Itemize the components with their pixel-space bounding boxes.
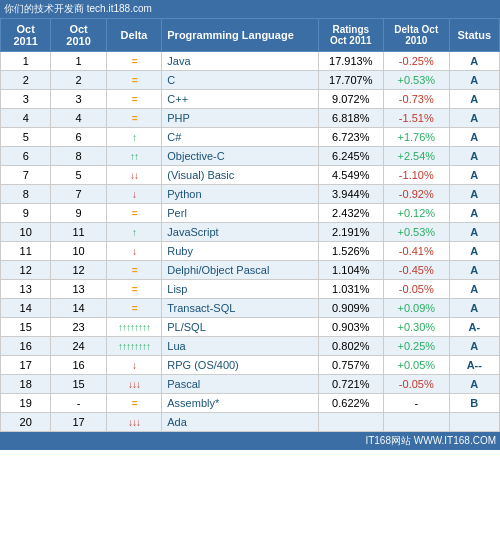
rank-2010: 17 (51, 413, 106, 432)
watermark-bottom: IT168网站 WWW.IT168.COM (0, 432, 500, 450)
rank-2011: 15 (1, 318, 51, 337)
lang-name[interactable]: (Visual) Basic (162, 166, 318, 185)
lang-name[interactable]: Ruby (162, 242, 318, 261)
rating: 1.104% (318, 261, 384, 280)
arrow-cell: ↓↓↓ (106, 375, 161, 394)
rank-2010: 2 (51, 71, 106, 90)
col-delta-icon: Delta (106, 19, 161, 52)
rank-2010: - (51, 394, 106, 413)
lang-name[interactable]: C (162, 71, 318, 90)
arrow-cell: = (106, 299, 161, 318)
col-ratings: Ratings Oct 2011 (318, 19, 384, 52)
lang-name[interactable]: Ada (162, 413, 318, 432)
arrow-cell: ↑↑↑↑↑↑↑↑ (106, 318, 161, 337)
rating: 9.072% (318, 90, 384, 109)
lang-name[interactable]: Assembly* (162, 394, 318, 413)
lang-name[interactable]: Transact-SQL (162, 299, 318, 318)
lang-name[interactable]: Lisp (162, 280, 318, 299)
status: A (449, 166, 499, 185)
rating: 6.818% (318, 109, 384, 128)
rank-2011: 4 (1, 109, 51, 128)
arrow-cell: ↑↑ (106, 147, 161, 166)
rank-2010: 10 (51, 242, 106, 261)
status: A (449, 280, 499, 299)
status (449, 413, 499, 432)
lang-name[interactable]: RPG (OS/400) (162, 356, 318, 375)
lang-name[interactable]: PL/SQL (162, 318, 318, 337)
status: A (449, 204, 499, 223)
rating: 0.622% (318, 394, 384, 413)
lang-name[interactable]: Lua (162, 337, 318, 356)
rank-2010: 5 (51, 166, 106, 185)
delta-value: - (384, 394, 450, 413)
delta-value: -0.92% (384, 185, 450, 204)
rank-2011: 10 (1, 223, 51, 242)
lang-name[interactable]: C++ (162, 90, 318, 109)
arrow-cell: ↓↓↓ (106, 413, 161, 432)
arrow-cell: ↓↓ (106, 166, 161, 185)
rating: 2.432% (318, 204, 384, 223)
rank-2011: 20 (1, 413, 51, 432)
delta-value: +0.30% (384, 318, 450, 337)
rank-2010: 13 (51, 280, 106, 299)
status: A (449, 185, 499, 204)
status: A (449, 109, 499, 128)
arrow-cell: = (106, 394, 161, 413)
rating (318, 413, 384, 432)
rank-2010: 23 (51, 318, 106, 337)
rank-2011: 9 (1, 204, 51, 223)
status: A (449, 147, 499, 166)
rank-2011: 13 (1, 280, 51, 299)
lang-name[interactable]: JavaScript (162, 223, 318, 242)
rank-2010: 6 (51, 128, 106, 147)
arrow-cell: ↑↑↑↑↑↑↑↑ (106, 337, 161, 356)
lang-name[interactable]: Objective-C (162, 147, 318, 166)
lang-name[interactable]: Java (162, 52, 318, 71)
lang-name[interactable]: Pascal (162, 375, 318, 394)
lang-name[interactable]: PHP (162, 109, 318, 128)
delta-value: +2.54% (384, 147, 450, 166)
status: A (449, 299, 499, 318)
rating: 17.913% (318, 52, 384, 71)
arrow-cell: = (106, 71, 161, 90)
rating: 4.549% (318, 166, 384, 185)
status: A (449, 71, 499, 90)
status: A (449, 337, 499, 356)
lang-name[interactable]: Delphi/Object Pascal (162, 261, 318, 280)
arrow-cell: = (106, 280, 161, 299)
delta-value: +0.05% (384, 356, 450, 375)
rank-2011: 3 (1, 90, 51, 109)
rating: 3.944% (318, 185, 384, 204)
status: A-- (449, 356, 499, 375)
rank-2010: 9 (51, 204, 106, 223)
arrow-cell: = (106, 204, 161, 223)
rank-2011: 14 (1, 299, 51, 318)
rank-2010: 12 (51, 261, 106, 280)
delta-value: +0.12% (384, 204, 450, 223)
delta-value: -0.73% (384, 90, 450, 109)
rating: 6.245% (318, 147, 384, 166)
status: A (449, 128, 499, 147)
col-status: Status (449, 19, 499, 52)
rank-2010: 16 (51, 356, 106, 375)
col-oct2011: Oct 2011 (1, 19, 51, 52)
rank-2011: 7 (1, 166, 51, 185)
status: A (449, 52, 499, 71)
lang-name[interactable]: C# (162, 128, 318, 147)
delta-value: -0.41% (384, 242, 450, 261)
delta-value: -0.05% (384, 375, 450, 394)
status: A (449, 223, 499, 242)
arrow-cell: ↑ (106, 223, 161, 242)
rating: 6.723% (318, 128, 384, 147)
delta-value: -0.05% (384, 280, 450, 299)
status: A (449, 375, 499, 394)
rank-2010: 3 (51, 90, 106, 109)
arrow-cell: = (106, 90, 161, 109)
rating: 0.721% (318, 375, 384, 394)
delta-value: -0.45% (384, 261, 450, 280)
lang-name[interactable]: Perl (162, 204, 318, 223)
delta-value: -1.10% (384, 166, 450, 185)
rank-2011: 5 (1, 128, 51, 147)
lang-name[interactable]: Python (162, 185, 318, 204)
rating: 0.909% (318, 299, 384, 318)
